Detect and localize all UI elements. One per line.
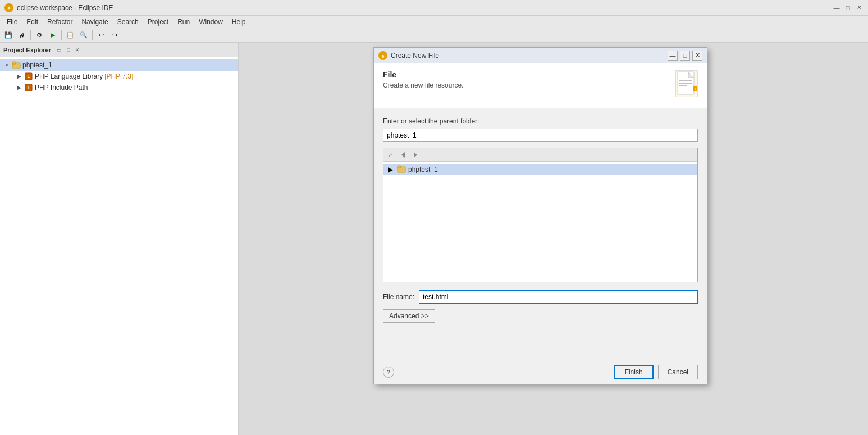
svg-text:I: I bbox=[28, 86, 29, 90]
toolbar-sep-2 bbox=[61, 30, 62, 40]
dialog-header-content: File Create a new file resource. bbox=[383, 70, 463, 89]
toolbar-btn-5[interactable]: 📋 bbox=[64, 29, 76, 42]
folder-tree-browser: ⌂ ▶ bbox=[383, 148, 698, 282]
tree-back-button[interactable] bbox=[398, 150, 408, 160]
tree-arrow-php-include: ▶ bbox=[16, 84, 22, 91]
tree-arrow-root: ▾ bbox=[3, 62, 10, 68]
menu-navigate[interactable]: Navigate bbox=[77, 17, 112, 27]
create-new-file-dialog: e Create New File — □ ✕ File Create a ne… bbox=[373, 47, 707, 384]
php-lib-icon: L bbox=[24, 72, 33, 81]
tree-browser-arrow: ▶ bbox=[388, 166, 395, 173]
app-title: eclipse-workspace - Eclipse IDE bbox=[17, 4, 113, 12]
tree-browser-toolbar: ⌂ bbox=[383, 148, 697, 162]
tree-browser-project-icon bbox=[397, 164, 406, 175]
tree-label-php-lib: PHP Language Library bbox=[35, 72, 103, 80]
advanced-button[interactable]: Advanced >> bbox=[383, 309, 435, 323]
ide-background: e eclipse-workspace - Eclipse IDE — □ ✕ … bbox=[0, 0, 868, 435]
toolbar-btn-3[interactable]: ⚙ bbox=[33, 29, 45, 42]
menu-bar: File Edit Refactor Navigate Search Proje… bbox=[0, 16, 868, 28]
menu-run[interactable]: Run bbox=[173, 17, 194, 27]
dialog-spacer bbox=[374, 332, 707, 360]
svg-rect-22 bbox=[398, 166, 401, 168]
filename-row: File name: bbox=[383, 290, 698, 304]
cancel-button[interactable]: Cancel bbox=[658, 365, 698, 379]
minimize-button[interactable]: — bbox=[832, 3, 841, 12]
panel-controls: ▭ □ ✕ bbox=[56, 46, 81, 54]
window-controls: — □ ✕ bbox=[832, 3, 864, 12]
svg-text:e: e bbox=[7, 6, 10, 11]
svg-text:L: L bbox=[28, 75, 30, 79]
svg-text:e: e bbox=[381, 53, 384, 59]
dialog-header-file-icon: + bbox=[675, 70, 698, 97]
finish-button[interactable]: Finish bbox=[614, 365, 654, 379]
dialog-description: Create a new file resource. bbox=[383, 81, 463, 89]
project-explorer-panel: Project Explorer ▭ □ ✕ ▾ phptest_1 bbox=[0, 43, 239, 435]
svg-marker-19 bbox=[401, 152, 405, 158]
dialog-titlebar: e Create New File — □ ✕ bbox=[374, 48, 707, 63]
toolbar-run[interactable]: ▶ bbox=[47, 29, 59, 42]
dialog-title-icon: e bbox=[378, 51, 387, 60]
tree-arrow-php-lib: ▶ bbox=[16, 73, 22, 80]
panel-close[interactable]: ✕ bbox=[74, 46, 81, 54]
svg-rect-3 bbox=[12, 62, 16, 64]
filename-label: File name: bbox=[383, 293, 414, 301]
app-icon: e bbox=[4, 3, 13, 12]
tree-item-root[interactable]: ▾ phptest_1 bbox=[0, 59, 238, 71]
menu-window[interactable]: Window bbox=[194, 17, 227, 27]
tree-forward-button[interactable] bbox=[410, 150, 421, 160]
dialog-maximize-button[interactable]: □ bbox=[680, 51, 690, 61]
folder-input[interactable] bbox=[383, 129, 698, 142]
title-bar: e eclipse-workspace - Eclipse IDE — □ ✕ bbox=[0, 0, 868, 16]
tree-item-php-lib[interactable]: ▶ L PHP Language Library [PHP 7.3] bbox=[0, 71, 238, 82]
toolbar-sep-1 bbox=[30, 30, 31, 40]
menu-edit[interactable]: Edit bbox=[22, 17, 43, 27]
menu-file[interactable]: File bbox=[2, 17, 22, 27]
dialog-heading: File bbox=[383, 70, 463, 79]
dialog-minimize-button[interactable]: — bbox=[668, 51, 678, 61]
panel-minimize[interactable]: ▭ bbox=[56, 46, 63, 54]
close-button[interactable]: ✕ bbox=[855, 3, 864, 12]
dialog-title-text: Create New File bbox=[391, 52, 439, 59]
help-button[interactable]: ? bbox=[383, 367, 394, 378]
tree-browser-root-label: phptest_1 bbox=[408, 166, 438, 173]
maximize-button[interactable]: □ bbox=[843, 3, 852, 12]
menu-refactor[interactable]: Refactor bbox=[43, 17, 77, 27]
tree-browser-item-root[interactable]: ▶ phptest_1 bbox=[383, 164, 697, 175]
menu-project[interactable]: Project bbox=[143, 17, 173, 27]
dialog-header: File Create a new file resource. + bbox=[374, 63, 707, 108]
php-include-icon: I bbox=[24, 83, 33, 92]
tree-label-php-version: [PHP 7.3] bbox=[104, 72, 133, 80]
toolbar-btn-8[interactable]: ↪ bbox=[108, 29, 121, 42]
main-area: e Create New File — □ ✕ File Create a ne… bbox=[239, 43, 868, 435]
toolbar-btn-2[interactable]: 🖨 bbox=[16, 29, 28, 42]
panel-header: Project Explorer ▭ □ ✕ bbox=[0, 43, 238, 57]
project-icon bbox=[12, 61, 21, 70]
tree-browser-content: ▶ phptest_1 bbox=[383, 162, 697, 177]
toolbar-btn-7[interactable]: ↩ bbox=[95, 29, 107, 42]
toolbar: 💾 🖨 ⚙ ▶ 📋 🔍 ↩ ↪ bbox=[0, 28, 868, 43]
tree-area: ▾ phptest_1 ▶ L PHP Lang bbox=[0, 57, 238, 95]
dialog-body: Enter or select the parent folder: ⌂ bbox=[374, 108, 707, 332]
tree-label-php-include: PHP Include Path bbox=[35, 84, 88, 91]
toolbar-sep-3 bbox=[92, 30, 93, 40]
dialog-title-controls: — □ ✕ bbox=[668, 51, 702, 61]
tree-home-button[interactable]: ⌂ bbox=[386, 150, 396, 160]
tree-item-php-include[interactable]: ▶ I PHP Include Path bbox=[0, 82, 238, 93]
toolbar-btn-1[interactable]: 💾 bbox=[2, 29, 15, 42]
menu-search[interactable]: Search bbox=[113, 17, 143, 27]
svg-marker-20 bbox=[414, 152, 417, 158]
svg-text:+: + bbox=[694, 87, 696, 91]
filename-input[interactable] bbox=[419, 290, 698, 304]
footer-buttons: Finish Cancel bbox=[614, 365, 698, 379]
toolbar-btn-6[interactable]: 🔍 bbox=[77, 29, 90, 42]
tree-label-root: phptest_1 bbox=[22, 61, 52, 69]
panel-title: Project Explorer bbox=[3, 47, 51, 53]
folder-label: Enter or select the parent folder: bbox=[383, 117, 698, 125]
dialog-footer: ? Finish Cancel bbox=[374, 360, 707, 384]
panel-maximize[interactable]: □ bbox=[65, 46, 72, 54]
dialog-close-button[interactable]: ✕ bbox=[692, 51, 702, 61]
menu-help[interactable]: Help bbox=[227, 17, 250, 27]
